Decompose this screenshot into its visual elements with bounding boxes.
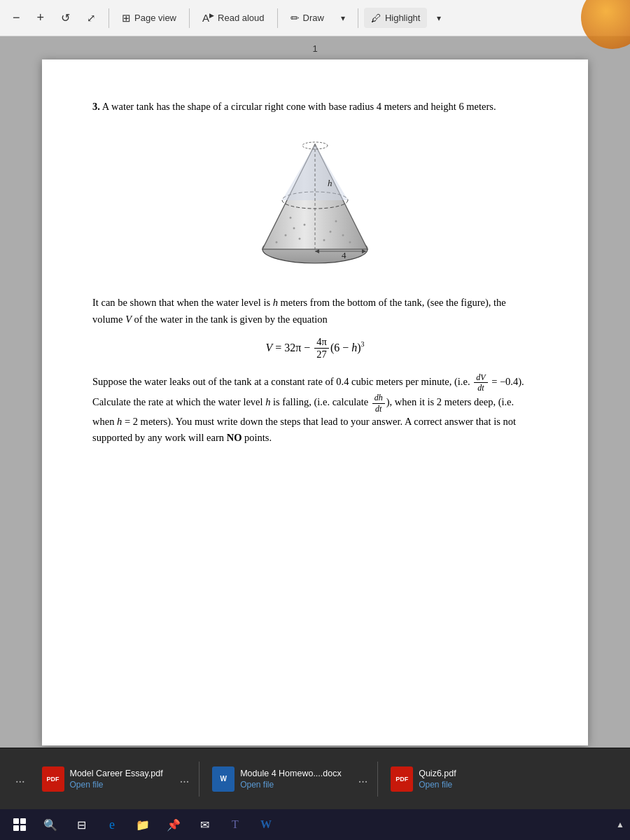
read-aloud-label: Read aloud — [218, 13, 265, 23]
file-action-2[interactable]: Open file — [240, 780, 342, 790]
equation-text: V = 32π − 4π27(6 − h)3 — [265, 336, 364, 361]
dropdown-arrow-button[interactable]: ▾ — [334, 9, 352, 27]
win-logo-br — [20, 825, 26, 831]
page-view-button[interactable]: ⊞ Page view — [115, 8, 183, 29]
pin1-icon: 📌 — [167, 818, 181, 832]
file-action-1[interactable]: Open file — [70, 780, 163, 790]
highlight-label: Highlight — [385, 13, 421, 23]
svg-point-12 — [290, 217, 292, 219]
file-action-3[interactable]: Open file — [419, 780, 456, 790]
svg-point-14 — [285, 234, 287, 237]
file-name-3: Quiz6.pdf — [419, 769, 456, 778]
separator-1 — [108, 8, 109, 28]
highlight-dropdown-button[interactable]: ▾ — [430, 9, 448, 27]
taskbar-mail[interactable]: ✉ — [190, 812, 218, 837]
taskbar-word[interactable]: W — [252, 812, 280, 837]
svg-point-20 — [342, 234, 344, 237]
bottom-separator-1 — [199, 762, 200, 797]
suppose-paragraph: Suppose the water leaks out of the tank … — [92, 372, 538, 447]
file-info-1: Model Career Essay.pdf Open file — [70, 769, 163, 790]
page-view-label: Page view — [134, 13, 176, 23]
taskbar-search[interactable]: 🔍 — [36, 812, 64, 837]
separator-4 — [358, 8, 358, 28]
fit-button[interactable]: ⤢ — [80, 8, 103, 29]
taskbar-right-area: ▲ — [616, 820, 624, 830]
plus-button[interactable]: + — [30, 6, 52, 29]
search-icon: 🔍 — [43, 818, 57, 832]
pdf-icon-2: PDF — [391, 766, 413, 792]
file-item-3[interactable]: PDF Quiz6.pdf Open file — [381, 761, 514, 797]
highlight-button[interactable]: 🖊 Highlight — [364, 8, 428, 28]
pdf-icon-1: PDF — [42, 766, 64, 792]
file-name-1: Model Career Essay.pdf — [70, 769, 163, 778]
separator-2 — [189, 8, 190, 28]
separator-3 — [277, 8, 278, 28]
toolbar: − + ↺ ⤢ ⊞ Page view A▶ Read aloud ✏ Draw… — [0, 0, 630, 36]
taskbar-pin1[interactable]: 📌 — [160, 812, 188, 837]
svg-point-15 — [299, 238, 301, 240]
cone-figure: h 4 — [92, 127, 538, 281]
files-icon: 📁 — [136, 818, 150, 832]
rotate-icon: ↺ — [61, 11, 70, 24]
taskbar-teams[interactable]: T — [221, 812, 249, 837]
windows-logo — [13, 818, 26, 831]
equation-block: V = 32π − 4π27(6 − h)3 — [92, 336, 538, 361]
word-icon-1: W — [212, 766, 234, 792]
minus-button[interactable]: − — [6, 6, 27, 29]
svg-point-22 — [349, 241, 351, 244]
taskbar: 🔍 ⊟ e 📁 📌 ✉ T W ▲ — [0, 809, 630, 840]
question-text-content: A water tank has the shape of a circular… — [102, 101, 496, 112]
edge-icon: e — [109, 818, 115, 832]
file-info-2: Module 4 Homewo....docx Open file — [240, 769, 342, 790]
more-button-1[interactable]: ... — [8, 766, 32, 792]
file-item-1[interactable]: PDF Model Career Essay.pdf Open file — [32, 761, 173, 797]
file-name-2: Module 4 Homewo....docx — [240, 769, 342, 778]
more-button-2[interactable]: ... — [173, 766, 197, 792]
bottom-separator-2 — [377, 762, 378, 797]
page-area: 1 3. A water tank has the shape of a cir… — [0, 36, 630, 748]
taskbar-files[interactable]: 📁 — [129, 812, 157, 837]
teams-icon: T — [232, 818, 239, 831]
svg-point-19 — [330, 231, 332, 233]
read-aloud-button[interactable]: A▶ Read aloud — [195, 8, 272, 28]
system-tray: ▲ — [616, 820, 624, 830]
more-button-3[interactable]: ... — [351, 766, 375, 792]
win-logo-tl — [13, 818, 19, 824]
svg-point-18 — [335, 220, 337, 223]
question-number: 3. — [92, 101, 100, 112]
question-3: 3. A water tank has the shape of a circu… — [92, 99, 538, 447]
start-button[interactable] — [6, 812, 34, 837]
page-number-bar: 1 — [312, 43, 317, 54]
minus-icon: − — [13, 10, 20, 25]
file-info-3: Quiz6.pdf Open file — [419, 769, 456, 790]
cone-diagram: h 4 — [224, 127, 406, 281]
highlight-icon: 🖊 — [371, 12, 382, 24]
svg-marker-5 — [282, 144, 348, 200]
fit-icon: ⤢ — [87, 12, 96, 24]
document-page: 3. A water tank has the shape of a circu… — [42, 59, 588, 746]
draw-button[interactable]: ✏ Draw — [284, 8, 331, 29]
svg-text:h: h — [328, 178, 332, 188]
read-aloud-icon: A▶ — [202, 12, 214, 24]
svg-point-17 — [276, 241, 278, 244]
taskbar-task-view[interactable]: ⊟ — [67, 812, 95, 837]
win-logo-bl — [13, 825, 19, 831]
chevron-down-icon-2: ▾ — [437, 13, 441, 23]
file-item-2[interactable]: W Module 4 Homewo....docx Open file — [202, 761, 351, 797]
draw-label: Draw — [303, 13, 324, 23]
explanation-paragraph: It can be shown that when the water leve… — [92, 295, 538, 327]
svg-point-16 — [304, 224, 306, 226]
svg-point-13 — [293, 227, 295, 230]
svg-point-21 — [323, 239, 326, 241]
mail-icon: ✉ — [200, 818, 209, 832]
rotate-button[interactable]: ↺ — [54, 7, 77, 29]
taskbar-edge[interactable]: e — [98, 812, 126, 837]
page-view-icon: ⊞ — [122, 12, 131, 24]
bottom-bar: ... PDF Model Career Essay.pdf Open file… — [0, 748, 630, 809]
question-statement: 3. A water tank has the shape of a circu… — [92, 99, 538, 114]
chevron-down-icon: ▾ — [341, 13, 345, 23]
page-number: 1 — [312, 43, 317, 54]
draw-icon: ✏ — [290, 12, 300, 24]
plus-icon: + — [37, 10, 45, 25]
win-logo-tr — [20, 818, 26, 824]
